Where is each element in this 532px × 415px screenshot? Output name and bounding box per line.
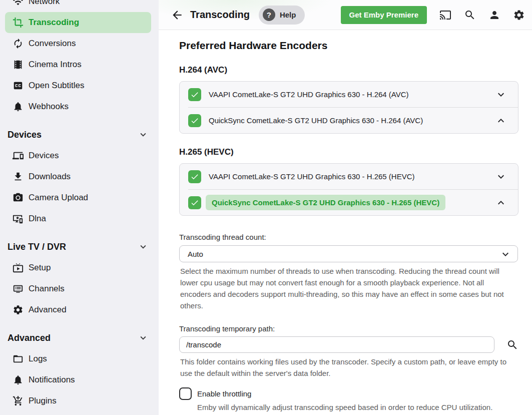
sidebar-item-camera-upload[interactable]: Camera Upload [0,187,159,208]
section-title: Devices [8,130,42,140]
sidebar-item-open-subtitles[interactable]: Open Subtitles [0,75,159,96]
sidebar-item-label: Transcoding [29,18,79,28]
sidebar: Network Transcoding Conversions Cinema I… [0,0,159,415]
sidebar-item-livetv-advanced[interactable]: Advanced [0,299,159,320]
help-button-label: Help [280,11,296,19]
enable-throttling-checkbox[interactable] [179,387,192,400]
encoder-row[interactable]: QuickSync CometLake-S GT2 UHD Graphics 6… [180,108,518,133]
temp-path-label: Transcoding temporary path: [179,324,518,333]
back-button[interactable] [171,9,184,22]
channels-icon [12,283,24,295]
chevron-up-icon[interactable] [495,115,507,127]
sidebar-item-plugins[interactable]: Plugins [0,390,159,411]
chevron-down-icon [138,241,149,252]
sidebar-item-label: Plugins [29,396,57,406]
sidebar-item-logs[interactable]: Logs [0,348,159,369]
sidebar-item-notifications[interactable]: Notifications [0,369,159,390]
sidebar-item-channels[interactable]: Channels [0,278,159,299]
sidebar-item-downloads[interactable]: Downloads [0,166,159,187]
sidebar-item-conversions[interactable]: Conversions [0,33,159,54]
chevron-down-icon [499,248,511,260]
sidebar-item-label: Downloads [29,172,71,182]
sidebar-item-label: Devices [29,151,59,161]
sidebar-item-label: Open Subtitles [29,81,85,91]
sidebar-item-label: Channels [29,284,65,294]
sidebar-nav: Network Transcoding Conversions Cinema I… [0,0,159,415]
chevron-down-icon [138,332,149,343]
chevron-down-icon[interactable] [495,171,507,183]
sidebar-item-devices[interactable]: Devices [0,145,159,166]
sidebar-item-label: Advanced [29,305,67,315]
network-icon [12,0,24,8]
main-area: Transcoding ? Help Get Emby Premiere Pre… [159,0,532,415]
thread-count-select[interactable]: Auto [179,245,518,262]
sidebar-item-label: Webhooks [29,102,69,112]
chevron-down-icon[interactable] [495,89,507,101]
sidebar-section-devices[interactable]: Devices [0,124,159,145]
sidebar-section-advanced[interactable]: Advanced [0,327,159,348]
search-icon[interactable] [464,9,476,21]
encoder-checkbox-checked[interactable] [188,196,201,209]
sidebar-item-label: Camera Upload [29,193,88,203]
sidebar-item-network[interactable]: Network [0,0,159,12]
sidebar-item-dlna[interactable]: Dlna [0,208,159,229]
get-emby-premiere-button[interactable]: Get Emby Premiere [341,6,427,24]
question-mark-icon: ? [263,9,275,21]
enable-throttling-help: Emby will dynamically adjust transcoding… [197,401,518,413]
download-icon [12,171,24,183]
sidebar-item-label: Conversions [29,39,76,49]
settings-content: Preferred Hardware Encoders H.264 (AVC) … [159,30,532,415]
bell-icon [12,101,24,113]
browse-search-icon[interactable] [506,339,518,351]
thread-count-value: Auto [188,250,203,258]
temp-path-help: This folder contains working files used … [180,356,510,379]
shopping-cart-add-icon [12,395,24,407]
closed-caption-icon [12,80,24,92]
section-title: Advanced [8,333,51,343]
help-button[interactable]: ? Help [259,6,305,25]
encoder-list-h265: VAAPI CometLake-S GT2 UHD Graphics 630 -… [179,163,518,216]
codec-heading-h265: H.265 (HEVC) [179,147,518,157]
chevron-up-icon[interactable] [495,197,507,209]
devices-icon [12,150,24,162]
sidebar-item-webhooks[interactable]: Webhooks [0,96,159,117]
sidebar-item-scheduled-tasks[interactable]: Scheduled Tasks [0,411,159,415]
temp-path-input[interactable] [179,336,494,353]
encoder-checkbox-checked[interactable] [188,114,201,127]
thread-count-label: Transcoding thread count: [179,233,518,241]
top-bar: Transcoding ? Help Get Emby Premiere [159,0,532,30]
sidebar-item-label: Network [29,0,60,7]
gear-icon [12,304,24,316]
sidebar-section-live-tv-dvr[interactable]: Live TV / DVR [0,236,159,257]
film-icon [12,59,24,71]
encoder-row[interactable]: VAAPI CometLake-S GT2 UHD Graphics 630 -… [180,164,518,189]
sidebar-item-label: Cinema Intros [29,60,82,70]
encoder-checkbox-checked[interactable] [188,88,201,101]
conversions-icon [12,38,24,50]
codec-heading-h264: H.264 (AVC) [179,65,518,75]
sidebar-item-label: Dlna [29,214,46,224]
section-title: Live TV / DVR [8,242,66,252]
sidebar-item-setup[interactable]: Setup [0,257,159,278]
sidebar-item-cinema-intros[interactable]: Cinema Intros [0,54,159,75]
encoder-checkbox-checked[interactable] [188,170,201,183]
transcoding-icon [12,17,24,29]
cast-icon[interactable] [439,9,451,21]
folder-icon [12,353,24,365]
encoder-label: QuickSync CometLake-S GT2 UHD Graphics 6… [209,116,423,125]
encoder-row[interactable]: QuickSync CometLake-S GT2 UHD Graphics 6… [180,190,518,215]
section-heading: Preferred Hardware Encoders [179,40,518,52]
sidebar-item-label: Notifications [29,375,75,385]
user-icon[interactable] [488,9,500,21]
camera-icon [12,192,24,204]
encoder-row[interactable]: VAAPI CometLake-S GT2 UHD Graphics 630 -… [180,82,518,107]
sidebar-item-label: Setup [29,263,51,273]
encoder-label: VAAPI CometLake-S GT2 UHD Graphics 630 -… [209,172,415,181]
dlna-icon [12,213,24,225]
enable-throttling-label: Enable throttling [197,389,251,398]
sidebar-item-transcoding[interactable]: Transcoding [5,12,151,33]
thread-count-help: Select the maximum number of threads to … [180,265,510,311]
chevron-down-icon [138,129,149,140]
gear-icon[interactable] [513,9,525,21]
page-title: Transcoding [190,9,250,21]
